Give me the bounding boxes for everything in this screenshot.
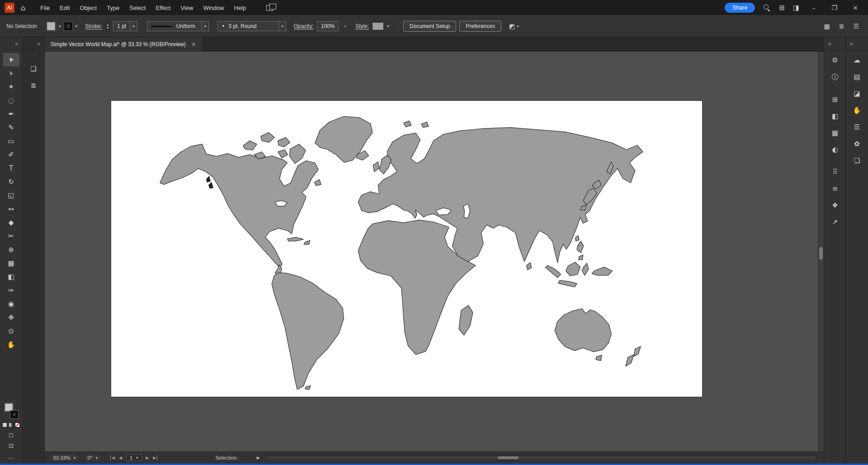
- pattern-icon[interactable]: ▦: [832, 129, 838, 137]
- shape-builder-tool[interactable]: ⊕: [3, 243, 19, 256]
- fill-swatch-chevron[interactable]: ▾: [59, 24, 61, 28]
- horizontal-scrollbar[interactable]: [267, 456, 816, 460]
- zoom-level-dropdown[interactable]: 33.33% ▾: [49, 454, 80, 462]
- share-button[interactable]: Share: [725, 3, 755, 13]
- tab-close-icon[interactable]: ×: [191, 41, 196, 47]
- great-britain[interactable]: [379, 155, 392, 174]
- snap-options-icon[interactable]: ▦: [824, 23, 830, 30]
- graphic-style-swatch[interactable]: [372, 22, 384, 30]
- gradient-tool[interactable]: ◧: [3, 270, 19, 284]
- falkland-islands[interactable]: [305, 386, 311, 390]
- new-zealand-north[interactable]: [634, 346, 641, 356]
- borneo[interactable]: [566, 262, 580, 276]
- color-button[interactable]: [2, 422, 7, 427]
- philippines-mindanao[interactable]: [579, 255, 583, 260]
- next-artboard-icon[interactable]: ▶: [146, 456, 149, 460]
- close-button[interactable]: ×: [849, 4, 862, 11]
- panel-menu-icon[interactable]: ☰: [853, 23, 859, 30]
- sumatra[interactable]: [545, 266, 561, 278]
- stroke-weight-field[interactable]: 1 pt: [113, 21, 130, 31]
- stroke-swatch-chevron[interactable]: ▾: [75, 24, 78, 28]
- mesh-tool[interactable]: ▦: [3, 256, 19, 270]
- symbol-sprayer-tool[interactable]: ❉: [3, 311, 19, 324]
- artboard[interactable]: [111, 101, 702, 397]
- previous-artboard-icon[interactable]: ◀: [119, 456, 122, 460]
- swatches-icon[interactable]: ✿: [854, 140, 860, 148]
- export-icon[interactable]: ↗: [832, 218, 838, 226]
- draw-mode-icon[interactable]: ◻: [9, 432, 14, 438]
- width-tool[interactable]: ↔: [3, 202, 19, 216]
- horizontal-scrollbar-thumb[interactable]: [498, 456, 519, 459]
- paintbrush-tool[interactable]: ✐: [3, 148, 19, 161]
- right-dock-outer-collapse-icon[interactable]: «: [849, 40, 853, 47]
- menu-file[interactable]: File: [35, 5, 55, 11]
- toolbar-collapse-icon[interactable]: »: [15, 40, 19, 47]
- menu-window[interactable]: Window: [198, 5, 229, 11]
- style-link[interactable]: Style:: [355, 23, 369, 29]
- pathfinder-icon[interactable]: ❖: [832, 201, 838, 209]
- arrange-documents-icon[interactable]: [266, 4, 276, 12]
- search-icon[interactable]: [763, 4, 771, 12]
- panel-layout-icon[interactable]: ◨: [793, 4, 799, 12]
- hand-tool[interactable]: ✋: [3, 338, 19, 351]
- arctic-island-2[interactable]: [261, 133, 275, 142]
- new-zealand-south[interactable]: [626, 355, 634, 366]
- taiwan[interactable]: [575, 236, 579, 241]
- screen-mode-icon[interactable]: ⊡: [9, 442, 14, 449]
- menu-effect[interactable]: Effect: [151, 5, 175, 11]
- rectangle-tool[interactable]: ▭: [3, 134, 19, 148]
- first-artboard-icon[interactable]: ◀: [110, 456, 115, 460]
- info-icon[interactable]: ⓘ: [832, 73, 839, 81]
- madagascar[interactable]: [459, 305, 473, 335]
- gradient-button[interactable]: [9, 422, 14, 427]
- color-icon[interactable]: ▤: [854, 73, 860, 81]
- right-dock-inner-collapse-icon[interactable]: «: [828, 40, 831, 47]
- scissors-tool[interactable]: ✂: [3, 229, 19, 243]
- opacity-link[interactable]: Opacity:: [294, 23, 314, 29]
- novaya-zemlya[interactable]: [421, 122, 429, 128]
- libraries-icon[interactable]: ☁: [854, 56, 860, 64]
- width-profile-chevron[interactable]: ▾: [202, 21, 209, 31]
- document-tab[interactable]: Simple Vector World Map.ai* @ 33.33 % (R…: [45, 37, 203, 51]
- minimize-button[interactable]: –: [807, 4, 820, 11]
- magic-wand-tool[interactable]: ✶: [3, 80, 19, 94]
- vancouver-island-mark-2[interactable]: [209, 182, 213, 188]
- rotation-dropdown[interactable]: 0° ▾: [84, 454, 102, 462]
- arctic-island-1[interactable]: [243, 141, 257, 150]
- menu-edit[interactable]: Edit: [55, 5, 75, 11]
- workspace-switcher-icon[interactable]: ⊞: [779, 4, 785, 12]
- curvature-tool[interactable]: ✎: [3, 121, 19, 134]
- stroke-weight-stepper[interactable]: ▴ ▾: [105, 22, 110, 30]
- menu-type[interactable]: Type: [102, 5, 124, 11]
- transform-icon[interactable]: ◧: [832, 112, 838, 120]
- australia[interactable]: [555, 308, 611, 352]
- threed-materials-icon[interactable]: ❑: [30, 65, 36, 73]
- layers-icon[interactable]: ❏: [854, 157, 860, 165]
- transparency-icon[interactable]: ◐: [832, 146, 838, 154]
- preferences-button[interactable]: Preferences: [459, 21, 501, 32]
- ireland[interactable]: [373, 162, 379, 172]
- menu-help[interactable]: Help: [229, 5, 251, 11]
- illustrator-logo[interactable]: Ai: [5, 3, 14, 13]
- none-button[interactable]: [15, 422, 20, 427]
- brush-chevron[interactable]: ▾: [279, 21, 286, 31]
- view-options-icon[interactable]: ≣: [839, 23, 844, 30]
- eyedropper-tool[interactable]: ✑: [3, 284, 19, 297]
- style-chevron[interactable]: ▾: [387, 24, 389, 28]
- appearance-icon[interactable]: ⠿: [833, 168, 838, 176]
- status-menu-arrow-icon[interactable]: ▶: [257, 456, 260, 460]
- direct-selection-tool[interactable]: ➣: [3, 66, 19, 80]
- lasso-tool[interactable]: ◌: [3, 94, 19, 107]
- adjustments-sliders-icon[interactable]: ≣: [31, 81, 37, 90]
- hand-panel-icon[interactable]: ✋: [853, 106, 861, 114]
- newfoundland[interactable]: [315, 180, 321, 185]
- document-setup-button[interactable]: Document Setup: [403, 21, 456, 32]
- artboard-number-dropdown[interactable]: 1 ▾: [126, 454, 142, 461]
- stroke-color-swatch[interactable]: [64, 22, 72, 30]
- pen-tool[interactable]: ✒: [3, 107, 19, 121]
- new-guinea[interactable]: [592, 267, 612, 275]
- vertical-scrollbar-thumb[interactable]: [819, 247, 823, 260]
- blend-tool[interactable]: ◉: [3, 297, 19, 311]
- baffin-island[interactable]: [289, 144, 306, 164]
- arctic-island-5[interactable]: [278, 150, 288, 158]
